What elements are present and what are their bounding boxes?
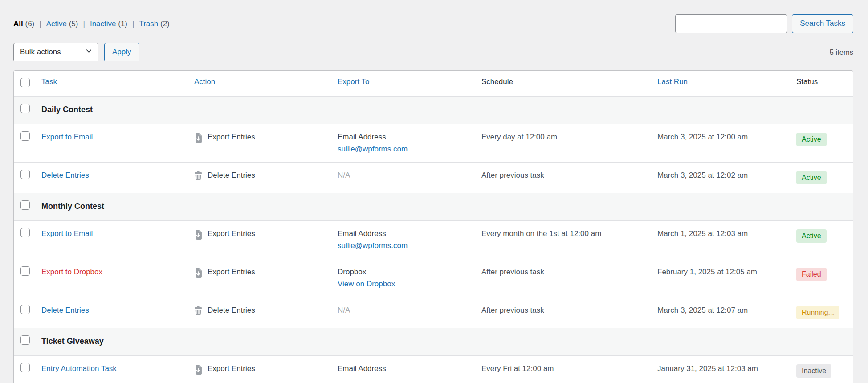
export-to-label: Email Address	[338, 133, 471, 142]
file-export-icon	[194, 230, 202, 242]
export-to-label: Email Address	[338, 364, 471, 373]
filter-trash[interactable]: Trash (2)	[139, 20, 169, 28]
action-label: Delete Entries	[208, 306, 255, 315]
task-link[interactable]: Delete Entries	[41, 171, 89, 179]
table-row: Entry Automation Task Export Entries Ema…	[14, 355, 853, 383]
task-link[interactable]: Export to Email	[41, 229, 93, 238]
group-row: Ticket Giveaway	[14, 328, 853, 355]
status-badge: Active	[796, 229, 827, 243]
group-row: Monthly Contest	[14, 193, 853, 220]
group-title: Ticket Giveaway	[41, 337, 104, 346]
task-link[interactable]: Delete Entries	[41, 306, 89, 314]
status-badge: Active	[796, 171, 827, 184]
filter-separator: |	[132, 20, 134, 28]
status-badge: Inactive	[796, 364, 831, 378]
search-tasks-button[interactable]: Search Tasks	[792, 14, 853, 33]
row-checkbox[interactable]	[20, 363, 30, 372]
task-link[interactable]: Entry Automation Task	[41, 364, 117, 373]
action-label: Export Entries	[208, 133, 255, 142]
group-checkbox[interactable]	[20, 104, 30, 113]
chevron-down-icon	[86, 48, 92, 57]
filter-inactive-label[interactable]: Inactive	[90, 20, 116, 28]
toolbar: Bulk actions Apply 5 items	[13, 43, 853, 61]
export-to-label: N/A	[338, 171, 471, 180]
group-title: Monthly Contest	[41, 202, 104, 211]
status-badge: Running...	[796, 306, 839, 319]
apply-button[interactable]: Apply	[104, 43, 139, 61]
export-to-label: N/A	[338, 306, 471, 315]
column-header-action[interactable]: Action	[189, 71, 332, 97]
filter-inactive-count: (1)	[118, 20, 127, 28]
action-label: Export Entries	[208, 364, 255, 373]
file-export-icon	[194, 365, 202, 377]
group-row: Daily Contest	[14, 97, 853, 124]
schedule-cell: Every day at 12:00 am	[476, 124, 652, 162]
filter-all-label[interactable]: All	[13, 20, 23, 28]
row-checkbox[interactable]	[20, 131, 30, 141]
schedule-cell: Every Fri at 12:00 am	[476, 355, 652, 383]
file-export-icon	[194, 133, 202, 145]
column-header-status: Status	[791, 71, 853, 97]
action-label: Export Entries	[208, 268, 255, 277]
filter-active[interactable]: Active (5)	[46, 20, 78, 28]
table-row: Delete Entries Delete Entries N/A After …	[14, 162, 853, 193]
search-input[interactable]	[675, 14, 787, 33]
column-header-export-to-label[interactable]: Export To	[338, 77, 370, 86]
column-header-action-label[interactable]: Action	[194, 77, 215, 86]
table-row: Delete Entries Delete Entries N/A After …	[14, 297, 853, 328]
top-bar: All (6)|Active (5)|Inactive (1)|Trash (2…	[13, 0, 853, 33]
column-header-task-label[interactable]: Task	[41, 77, 57, 86]
schedule-cell: Every month on the 1st at 12:00 am	[476, 220, 652, 259]
export-to-link[interactable]: sullie@wpforms.com	[338, 241, 408, 250]
schedule-cell: After previous task	[476, 259, 652, 297]
filter-trash-label[interactable]: Trash	[139, 20, 158, 28]
table-row: Export to Email Export Entries Email Add…	[14, 220, 853, 259]
bulk-actions-selected-value: Bulk actions	[20, 48, 61, 57]
filter-trash-count: (2)	[160, 20, 170, 28]
row-checkbox[interactable]	[20, 170, 30, 179]
trash-icon	[194, 171, 202, 183]
table-row: Export to Email Export Entries Email Add…	[14, 124, 853, 162]
status-filters: All (6)|Active (5)|Inactive (1)|Trash (2…	[13, 14, 170, 29]
last-run-cell: March 3, 2025 at 12:00 am	[652, 124, 791, 162]
filter-all-count: (6)	[25, 20, 34, 28]
filter-all[interactable]: All (6)	[13, 20, 34, 28]
filter-inactive[interactable]: Inactive (1)	[90, 20, 127, 28]
table-header-row: Task Action Export To Schedule Last Run …	[14, 71, 853, 97]
row-checkbox[interactable]	[20, 305, 30, 314]
row-checkbox[interactable]	[20, 228, 30, 237]
last-run-cell: March 3, 2025 at 12:02 am	[652, 162, 791, 193]
export-to-link[interactable]: View on Dropbox	[338, 280, 395, 289]
export-to-label: Dropbox	[338, 268, 471, 277]
filter-active-count: (5)	[69, 20, 78, 28]
schedule-cell: After previous task	[476, 162, 652, 193]
search-area: Search Tasks	[675, 14, 853, 33]
file-export-icon	[194, 268, 202, 280]
group-checkbox[interactable]	[20, 335, 30, 345]
last-run-cell: February 1, 2025 at 12:05 am	[652, 259, 791, 297]
tasks-page: All (6)|Active (5)|Inactive (1)|Trash (2…	[0, 0, 868, 383]
action-label: Delete Entries	[208, 171, 255, 180]
group-checkbox[interactable]	[20, 200, 30, 210]
last-run-cell: January 31, 2025 at 12:03 am	[652, 355, 791, 383]
export-to-link[interactable]: sullie@wpforms.com	[338, 145, 408, 154]
filter-separator: |	[83, 20, 85, 28]
bulk-actions-select[interactable]: Bulk actions	[13, 43, 98, 61]
column-header-last-run[interactable]: Last Run	[652, 71, 791, 97]
select-all-checkbox[interactable]	[20, 78, 30, 87]
filter-active-label[interactable]: Active	[46, 20, 67, 28]
status-badge: Active	[796, 133, 827, 146]
task-link[interactable]: Export to Email	[41, 133, 93, 141]
status-badge: Failed	[796, 268, 827, 281]
column-header-schedule: Schedule	[476, 71, 652, 97]
column-header-task[interactable]: Task	[36, 71, 189, 97]
table-row: Export to Dropbox Export Entries Dropbox…	[14, 259, 853, 297]
group-title: Daily Contest	[41, 105, 93, 114]
items-count: 5 items	[830, 48, 853, 57]
task-link[interactable]: Export to Dropbox	[41, 268, 102, 276]
column-header-export-to[interactable]: Export To	[332, 71, 476, 97]
row-checkbox[interactable]	[20, 266, 30, 276]
bulk-actions-group: Bulk actions Apply	[13, 43, 139, 61]
column-header-last-run-label[interactable]: Last Run	[657, 77, 688, 86]
tasks-table: Task Action Export To Schedule Last Run …	[13, 70, 853, 383]
